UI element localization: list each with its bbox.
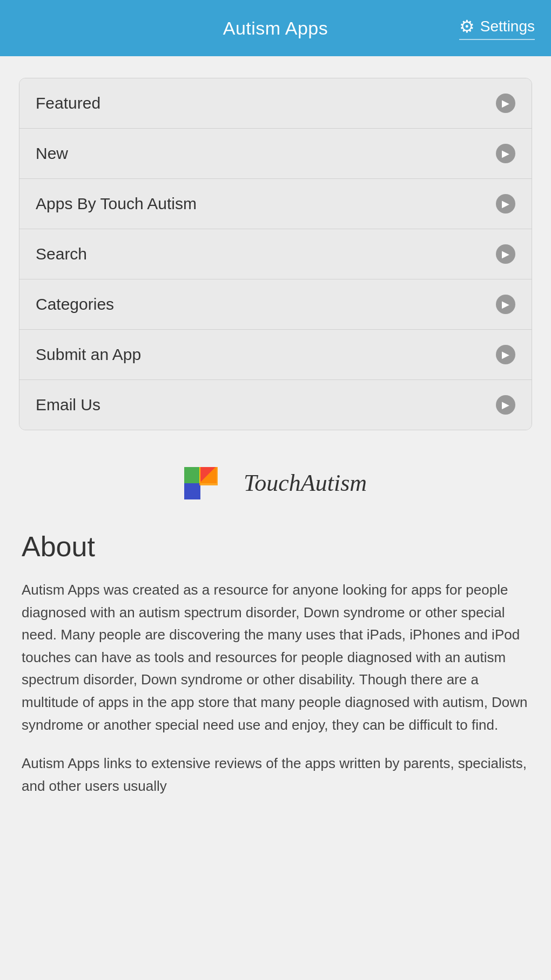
app-header: Autism Apps ⚙ Settings	[0, 0, 551, 56]
main-content: Featured▶New▶Apps By Touch Autism▶Search…	[0, 56, 551, 835]
menu-item-apps-by-touch-autism[interactable]: Apps By Touch Autism▶	[19, 179, 532, 229]
menu-item-featured[interactable]: Featured▶	[19, 78, 532, 129]
about-paragraph-2: Autism Apps links to extensive reviews o…	[22, 752, 529, 797]
menu-item-label-email-us: Email Us	[36, 396, 100, 414]
about-paragraph-1: Autism Apps was created as a resource fo…	[22, 579, 529, 736]
menu-item-search[interactable]: Search▶	[19, 229, 532, 279]
settings-label: Settings	[480, 18, 535, 35]
app-title: Autism Apps	[223, 18, 328, 39]
about-heading: About	[22, 530, 529, 563]
svg-rect-1	[184, 467, 200, 483]
chevron-right-icon-featured: ▶	[496, 94, 515, 113]
chevron-right-icon-email-us: ▶	[496, 395, 515, 415]
touch-autism-logo-icon	[184, 463, 233, 503]
menu-item-label-categories: Categories	[36, 295, 114, 314]
chevron-right-icon-apps-by-touch-autism: ▶	[496, 194, 515, 214]
menu-item-new[interactable]: New▶	[19, 129, 532, 179]
menu-item-label-new: New	[36, 144, 68, 163]
about-section: About Autism Apps was created as a resou…	[19, 530, 532, 797]
menu-item-categories[interactable]: Categories▶	[19, 279, 532, 330]
logo-section: TouchAutism	[19, 463, 532, 503]
chevron-right-icon-new: ▶	[496, 144, 515, 163]
menu-item-label-featured: Featured	[36, 94, 100, 112]
touch-autism-logo-text: TouchAutism	[244, 469, 367, 497]
menu-item-submit-an-app[interactable]: Submit an App▶	[19, 330, 532, 380]
menu-item-label-submit-an-app: Submit an App	[36, 345, 141, 364]
gear-icon: ⚙	[459, 16, 475, 37]
chevron-right-icon-submit-an-app: ▶	[496, 345, 515, 364]
chevron-right-icon-categories: ▶	[496, 295, 515, 314]
settings-button[interactable]: ⚙ Settings	[459, 16, 535, 40]
chevron-right-icon-search: ▶	[496, 244, 515, 264]
menu-item-email-us[interactable]: Email Us▶	[19, 380, 532, 430]
svg-rect-0	[184, 483, 200, 499]
menu-item-label-apps-by-touch-autism: Apps By Touch Autism	[36, 195, 197, 213]
menu-list: Featured▶New▶Apps By Touch Autism▶Search…	[19, 78, 532, 430]
menu-item-label-search: Search	[36, 245, 87, 263]
